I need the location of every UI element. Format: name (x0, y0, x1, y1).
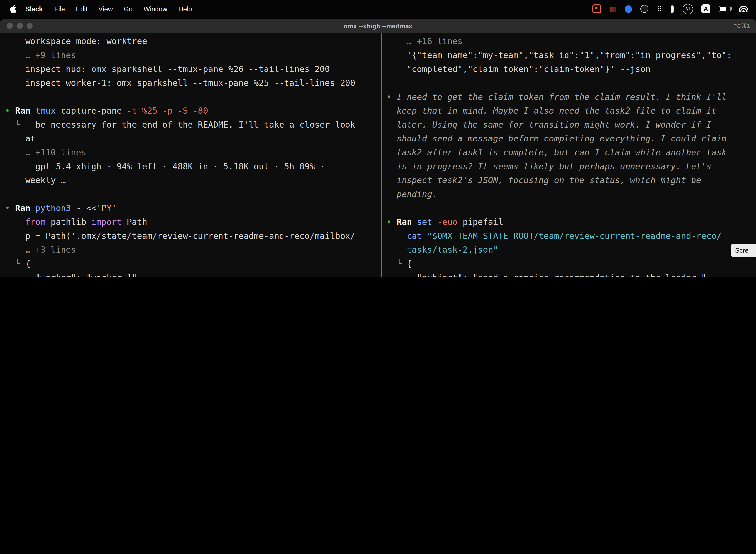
text-magenta: from (5, 217, 46, 227)
terminal-line (382, 201, 756, 215)
terminal-line: '{"team_name":"my-team","task_id":"1","f… (382, 48, 756, 62)
text-plain: '{"team_name":"my-team","task_id":"1","f… (386, 50, 732, 60)
terminal-line: "worker": "worker-1", (0, 271, 381, 277)
dark-app-icon[interactable] (640, 5, 648, 13)
text-cmd: cat (407, 231, 422, 241)
text-dim: … +16 lines (386, 36, 462, 46)
text-dim: … +3 lines (5, 245, 76, 255)
text-plain: workspace_mode: worktree (5, 36, 147, 46)
text-plain: Path (122, 217, 147, 227)
text-plain: capture-pane (56, 106, 127, 116)
menu-bar-left: Slack FileEditViewGoWindowHelp (0, 4, 197, 13)
text-italic: inspect task2's JSON, focusing on the st… (386, 175, 701, 185)
text-plain: weekly … (5, 175, 66, 185)
terminal-line: pending. (382, 187, 756, 201)
text-plain: "subject": "send a concise recommendatio… (386, 273, 711, 277)
terminal-line: weekly … (0, 173, 381, 187)
text-dim: … +9 lines (5, 50, 76, 60)
terminal-body: workspace_mode: worktree … +9 lines insp… (0, 33, 756, 277)
tmux-pane-left[interactable]: workspace_mode: worktree … +9 lines insp… (0, 33, 381, 277)
terminal-line: from pathlib import Path (0, 215, 381, 229)
text-plain: - << (71, 203, 96, 213)
text-dim: └ (386, 259, 407, 269)
terminal-line: inspect_hud: omx sparkshell --tmux-pane … (0, 62, 381, 76)
terminal-line: tasks/task-2.json" (382, 243, 756, 257)
menu-items: FileEditViewGoWindowHelp (49, 4, 198, 13)
terminal-line: at (0, 131, 381, 146)
text-plain: be necessary for the end of the README. … (25, 120, 356, 129)
text-dim: └ (5, 120, 25, 129)
text-plain: { (25, 259, 30, 269)
blue-app-icon[interactable] (624, 5, 632, 13)
menu-view[interactable]: View (93, 5, 118, 13)
terminal-line: └ { (0, 257, 381, 271)
text-dim: • (386, 92, 397, 102)
menu-file[interactable]: File (49, 5, 71, 13)
text-plain: gpt-5.4 xhigh · 94% left · 488K in · 5.1… (5, 161, 325, 171)
terminal-line: • Ran set -euo pipefail (382, 215, 756, 229)
screenshot-preview-chip[interactable]: Scre (731, 244, 756, 257)
zoom-button[interactable] (27, 23, 33, 29)
text-cyan: "$OMX_TEAM_STATE_ROOT/team/review-curren… (422, 231, 721, 241)
text-dim: └ (5, 259, 25, 269)
menu-go[interactable]: Go (118, 5, 138, 13)
terminal-window: omx --xhigh --madmax ⌥⌘1 workspace_mode:… (0, 19, 756, 277)
text-italic: I need to get the claim token from the c… (397, 92, 727, 102)
text-cmd: tmux (36, 106, 56, 116)
text-boldw: Ran (397, 217, 417, 227)
traffic-lights (7, 23, 33, 29)
text-plain (432, 217, 437, 227)
menu-app-name[interactable]: Slack (19, 5, 49, 13)
wifi-icon[interactable] (739, 6, 748, 12)
text-plain: pipefail (458, 217, 503, 227)
window-titlebar[interactable]: omx --xhigh --madmax ⌥⌘1 (0, 19, 756, 33)
text-plain: p = Path('.omx/state/team/review-current… (5, 231, 355, 241)
terminal-line: cat "$OMX_TEAM_STATE_ROOT/team/review-cu… (382, 229, 756, 243)
terminal-line: └ be necessary for the end of the README… (0, 118, 381, 131)
text-italic: should send a message before completing … (386, 133, 727, 144)
menu-window[interactable]: Window (138, 5, 173, 13)
minimize-button[interactable] (17, 23, 23, 29)
menu-edit[interactable]: Edit (70, 5, 93, 13)
text-plain: { (407, 259, 412, 269)
screen-recording-icon[interactable] (592, 4, 601, 13)
text-plain: "completed","claim_token":"claim-token"}… (386, 64, 650, 74)
battery-percent-badge[interactable]: 61 (683, 4, 693, 14)
terminal-line: should send a message before completing … (382, 131, 756, 146)
text-italic: later. Using the same for transition mig… (386, 120, 711, 129)
terminal-line: is in progress? It seems likely but perh… (382, 159, 756, 173)
text-plain: inspect_hud: omx sparkshell --tmux-pane … (5, 64, 330, 74)
text-italic: keep that in mind. Maybe I also need the… (386, 106, 716, 116)
battery-icon[interactable] (719, 6, 731, 12)
menu-bar-status: ▦ ⠿ 61 A (592, 4, 756, 14)
window-grid-icon[interactable]: ▦ (610, 4, 616, 13)
apple-menu-icon[interactable] (10, 5, 16, 13)
terminal-line: … +3 lines (0, 243, 381, 257)
text-plain: "worker": "worker-1", (5, 273, 142, 277)
text-italic: is in progress? It seems likely but perh… (386, 161, 711, 171)
menu-help[interactable]: Help (173, 5, 198, 13)
terminal-line: • I need to get the claim token from the… (382, 90, 756, 104)
text-plain: pathlib (46, 217, 91, 227)
menu-bar: Slack FileEditViewGoWindowHelp ▦ ⠿ 61 A (0, 0, 756, 18)
text-flag: -t %25 -p -S -80 (127, 106, 208, 116)
terminal-line: "completed","claim_token":"claim-token"}… (382, 62, 756, 76)
terminal-line: task2 after task1 is complete, but can I… (382, 146, 756, 159)
text-cmd: python3 (36, 203, 71, 213)
terminal-line: workspace_mode: worktree (0, 34, 381, 48)
text-italic: task2 after task1 is complete, but can I… (386, 148, 727, 157)
utility-app-icon[interactable] (670, 5, 674, 13)
dots-grid-icon[interactable]: ⠿ (656, 4, 662, 13)
tmux-pane-right[interactable]: … +16 lines '{"team_name":"my-team","tas… (382, 33, 756, 277)
text-plain (386, 231, 407, 241)
input-source-icon[interactable]: A (701, 4, 710, 13)
text-boldw: Ran (15, 203, 36, 213)
terminal-line: … +110 lines (0, 146, 381, 159)
text-boldw: Ran (15, 106, 36, 116)
terminal-line: • Ran python3 - <<'PY' (0, 201, 381, 215)
terminal-line: inspect_worker-1: omx sparkshell --tmux-… (0, 76, 381, 90)
terminal-line (0, 90, 381, 104)
close-button[interactable] (7, 23, 13, 29)
text-magenta: import (91, 217, 122, 227)
text-bullet-green: • (386, 217, 397, 227)
